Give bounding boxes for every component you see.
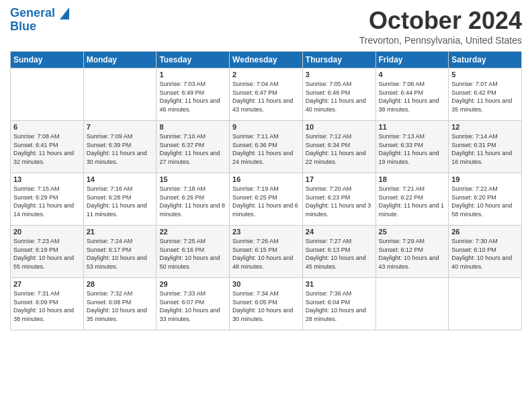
day-cell: 4Sunrise: 7:06 AM Sunset: 6:44 PM Daylig… — [375, 68, 449, 121]
day-cell — [449, 278, 522, 330]
day-info: Sunrise: 7:26 AM Sunset: 6:15 PM Dayligh… — [232, 237, 300, 271]
day-number: 21 — [87, 228, 154, 236]
day-cell: 22Sunrise: 7:25 AM Sunset: 6:16 PM Dayli… — [157, 226, 230, 278]
day-number: 3 — [306, 71, 373, 79]
day-cell: 5Sunrise: 7:07 AM Sunset: 6:42 PM Daylig… — [449, 68, 522, 121]
day-number: 11 — [379, 123, 446, 131]
header-tuesday: Tuesday — [157, 52, 230, 68]
day-info: Sunrise: 7:29 AM Sunset: 6:12 PM Dayligh… — [379, 237, 446, 271]
day-info: Sunrise: 7:24 AM Sunset: 6:17 PM Dayligh… — [87, 237, 154, 271]
week-row-1: 6Sunrise: 7:08 AM Sunset: 6:41 PM Daylig… — [11, 121, 522, 173]
day-info: Sunrise: 7:25 AM Sunset: 6:16 PM Dayligh… — [159, 237, 226, 271]
day-number: 26 — [451, 228, 519, 236]
logo-blue: Blue — [10, 20, 69, 34]
day-cell: 13Sunrise: 7:15 AM Sunset: 6:29 PM Dayli… — [11, 173, 84, 226]
day-number: 6 — [13, 123, 81, 131]
day-info: Sunrise: 7:11 AM Sunset: 6:36 PM Dayligh… — [232, 132, 300, 166]
day-number: 13 — [13, 175, 81, 183]
day-info: Sunrise: 7:07 AM Sunset: 6:42 PM Dayligh… — [451, 80, 519, 113]
week-row-2: 13Sunrise: 7:15 AM Sunset: 6:29 PM Dayli… — [11, 173, 522, 226]
day-info: Sunrise: 7:20 AM Sunset: 6:23 PM Dayligh… — [306, 185, 373, 218]
day-info: Sunrise: 7:09 AM Sunset: 6:39 PM Dayligh… — [87, 132, 154, 166]
calendar-table: SundayMondayTuesdayWednesdayThursdayFrid… — [10, 51, 522, 330]
day-info: Sunrise: 7:12 AM Sunset: 6:34 PM Dayligh… — [306, 132, 373, 166]
day-number: 16 — [232, 175, 300, 183]
day-cell: 12Sunrise: 7:14 AM Sunset: 6:31 PM Dayli… — [449, 121, 522, 173]
day-info: Sunrise: 7:06 AM Sunset: 6:44 PM Dayligh… — [379, 80, 446, 113]
day-number: 9 — [232, 123, 300, 131]
day-info: Sunrise: 7:34 AM Sunset: 6:05 PM Dayligh… — [232, 289, 300, 323]
day-info: Sunrise: 7:36 AM Sunset: 6:04 PM Dayligh… — [306, 289, 373, 323]
day-info: Sunrise: 7:18 AM Sunset: 6:26 PM Dayligh… — [159, 185, 226, 218]
month-title: October 2024 — [359, 7, 522, 35]
day-cell: 24Sunrise: 7:27 AM Sunset: 6:13 PM Dayli… — [302, 226, 375, 278]
logo-triangle-icon — [60, 7, 69, 19]
day-cell: 3Sunrise: 7:05 AM Sunset: 6:46 PM Daylig… — [302, 68, 375, 121]
day-number: 15 — [159, 175, 226, 183]
day-cell: 26Sunrise: 7:30 AM Sunset: 6:10 PM Dayli… — [449, 226, 522, 278]
header-row: SundayMondayTuesdayWednesdayThursdayFrid… — [11, 52, 522, 68]
day-number: 24 — [306, 228, 373, 236]
day-cell: 10Sunrise: 7:12 AM Sunset: 6:34 PM Dayli… — [302, 121, 375, 173]
day-number: 27 — [13, 280, 81, 288]
day-cell: 11Sunrise: 7:13 AM Sunset: 6:33 PM Dayli… — [375, 121, 449, 173]
week-row-3: 20Sunrise: 7:23 AM Sunset: 6:19 PM Dayli… — [11, 226, 522, 278]
day-cell: 2Sunrise: 7:04 AM Sunset: 6:47 PM Daylig… — [230, 68, 303, 121]
day-number: 31 — [306, 280, 373, 288]
day-info: Sunrise: 7:04 AM Sunset: 6:47 PM Dayligh… — [232, 80, 300, 113]
day-cell: 17Sunrise: 7:20 AM Sunset: 6:23 PM Dayli… — [302, 173, 375, 226]
day-cell: 1Sunrise: 7:03 AM Sunset: 6:49 PM Daylig… — [157, 68, 230, 121]
header-wednesday: Wednesday — [230, 52, 303, 68]
day-cell: 28Sunrise: 7:32 AM Sunset: 6:08 PM Dayli… — [83, 278, 157, 330]
day-cell: 14Sunrise: 7:16 AM Sunset: 6:28 PM Dayli… — [83, 173, 157, 226]
day-number: 4 — [379, 71, 446, 79]
day-info: Sunrise: 7:31 AM Sunset: 6:09 PM Dayligh… — [13, 289, 81, 323]
day-info: Sunrise: 7:30 AM Sunset: 6:10 PM Dayligh… — [451, 237, 519, 271]
page: General Blue October 2024 Trevorton, Pen… — [0, 0, 532, 411]
day-info: Sunrise: 7:23 AM Sunset: 6:19 PM Dayligh… — [13, 237, 81, 271]
day-info: Sunrise: 7:15 AM Sunset: 6:29 PM Dayligh… — [13, 185, 81, 218]
day-cell: 30Sunrise: 7:34 AM Sunset: 6:05 PM Dayli… — [230, 278, 303, 330]
header-monday: Monday — [83, 52, 157, 68]
header-saturday: Saturday — [449, 52, 522, 68]
day-number: 14 — [87, 175, 154, 183]
day-cell: 15Sunrise: 7:18 AM Sunset: 6:26 PM Dayli… — [157, 173, 230, 226]
day-cell: 25Sunrise: 7:29 AM Sunset: 6:12 PM Dayli… — [375, 226, 449, 278]
day-number: 12 — [451, 123, 519, 131]
day-number: 19 — [451, 175, 519, 183]
day-info: Sunrise: 7:32 AM Sunset: 6:08 PM Dayligh… — [87, 289, 154, 323]
day-number: 8 — [159, 123, 226, 131]
day-info: Sunrise: 7:08 AM Sunset: 6:41 PM Dayligh… — [13, 132, 81, 166]
day-cell: 9Sunrise: 7:11 AM Sunset: 6:36 PM Daylig… — [230, 121, 303, 173]
day-number: 22 — [159, 228, 226, 236]
day-number: 30 — [232, 280, 300, 288]
day-number: 2 — [232, 71, 300, 79]
day-number: 29 — [159, 280, 226, 288]
day-info: Sunrise: 7:21 AM Sunset: 6:22 PM Dayligh… — [379, 185, 446, 218]
day-cell: 23Sunrise: 7:26 AM Sunset: 6:15 PM Dayli… — [230, 226, 303, 278]
svg-marker-0 — [60, 7, 69, 19]
day-number: 5 — [451, 71, 519, 79]
day-cell: 31Sunrise: 7:36 AM Sunset: 6:04 PM Dayli… — [302, 278, 375, 330]
day-cell — [375, 278, 449, 330]
day-info: Sunrise: 7:19 AM Sunset: 6:25 PM Dayligh… — [232, 185, 300, 218]
logo-text-block: General Blue — [10, 7, 69, 34]
day-info: Sunrise: 7:27 AM Sunset: 6:13 PM Dayligh… — [306, 237, 373, 271]
day-info: Sunrise: 7:13 AM Sunset: 6:33 PM Dayligh… — [379, 132, 446, 166]
day-cell: 21Sunrise: 7:24 AM Sunset: 6:17 PM Dayli… — [83, 226, 157, 278]
header: General Blue October 2024 Trevorton, Pen… — [10, 7, 522, 46]
logo-general: General — [10, 7, 69, 20]
day-cell: 29Sunrise: 7:33 AM Sunset: 6:07 PM Dayli… — [157, 278, 230, 330]
day-info: Sunrise: 7:03 AM Sunset: 6:49 PM Dayligh… — [159, 80, 226, 113]
day-cell — [11, 68, 84, 121]
week-row-0: 1Sunrise: 7:03 AM Sunset: 6:49 PM Daylig… — [11, 68, 522, 121]
week-row-4: 27Sunrise: 7:31 AM Sunset: 6:09 PM Dayli… — [11, 278, 522, 330]
day-info: Sunrise: 7:14 AM Sunset: 6:31 PM Dayligh… — [451, 132, 519, 166]
day-cell: 27Sunrise: 7:31 AM Sunset: 6:09 PM Dayli… — [11, 278, 84, 330]
day-number: 17 — [306, 175, 373, 183]
day-cell: 8Sunrise: 7:10 AM Sunset: 6:37 PM Daylig… — [157, 121, 230, 173]
logo: General Blue — [10, 7, 69, 34]
day-number: 1 — [159, 71, 226, 79]
day-cell — [83, 68, 157, 121]
day-cell: 20Sunrise: 7:23 AM Sunset: 6:19 PM Dayli… — [11, 226, 84, 278]
